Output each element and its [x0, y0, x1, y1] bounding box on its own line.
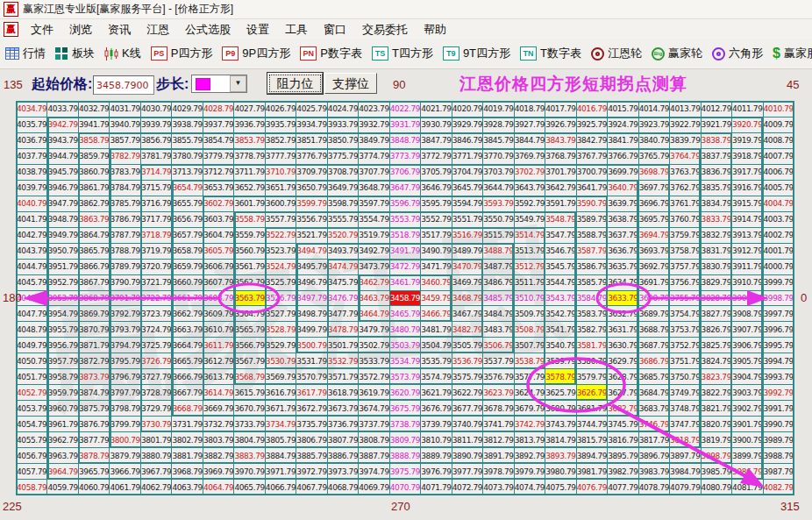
grid-cell[interactable]: 3815.79	[577, 432, 607, 447]
grid-cell[interactable]: 4024.79	[328, 102, 358, 117]
grid-cell[interactable]: 3922.79	[670, 118, 700, 132]
grid-cell[interactable]: 3898.79	[702, 448, 731, 463]
grid-cell[interactable]: 3558.79	[234, 212, 264, 227]
grid-cell[interactable]: 4047.79	[17, 306, 46, 321]
grid-cell[interactable]: 3961.79	[47, 417, 77, 431]
grid-cell[interactable]: 3708.79	[328, 165, 358, 180]
grid-cell[interactable]: 3629.79	[608, 353, 637, 368]
grid-cell[interactable]: 4064.79	[203, 480, 233, 495]
resistance-button[interactable]: 阻力位	[267, 73, 323, 94]
grid-cell[interactable]: 3537.79	[483, 353, 513, 368]
grid-cell[interactable]: 3875.79	[79, 401, 109, 416]
grid-cell[interactable]: 3987.79	[764, 464, 794, 479]
grid-cell[interactable]: 3743.79	[545, 417, 575, 431]
grid-cell[interactable]: 3900.79	[732, 432, 762, 447]
grid-cell[interactable]: 3565.79	[234, 322, 264, 337]
grid-cell[interactable]: 3536.79	[452, 353, 482, 368]
grid-cell[interactable]: 4082.79	[764, 480, 794, 495]
grid-cell[interactable]: 3796.79	[110, 369, 139, 384]
grid-cell[interactable]: 3494.79	[296, 244, 326, 259]
grid-cell[interactable]: 4053.79	[17, 401, 46, 416]
grid-cell[interactable]: 4025.79	[296, 102, 326, 117]
start-price-input[interactable]	[93, 75, 154, 95]
grid-cell[interactable]: 3801.79	[141, 432, 171, 447]
grid-cell[interactable]: 4000.79	[764, 260, 794, 274]
grid-cell[interactable]: 4017.79	[545, 102, 575, 117]
grid-cell[interactable]: 3544.79	[545, 275, 575, 290]
grid-cell[interactable]: 3978.79	[483, 464, 513, 479]
grid-cell[interactable]: 3806.79	[296, 432, 326, 447]
grid-cell[interactable]: 3713.79	[172, 165, 202, 180]
grid-cell[interactable]: 3984.79	[670, 464, 700, 479]
grid-cell[interactable]: 3856.79	[141, 133, 171, 148]
grid-cell[interactable]: 3942.79	[47, 118, 77, 132]
grid-cell[interactable]: 3496.79	[296, 275, 326, 290]
grid-cell[interactable]: 3473.79	[359, 260, 388, 274]
grid-cell[interactable]: 3490.79	[421, 244, 451, 259]
chevron-down-icon[interactable]: ▼	[230, 75, 246, 92]
grid-cell[interactable]: 4034.79	[17, 102, 46, 117]
grid-cell[interactable]: 3712.79	[203, 165, 233, 180]
grid-cell[interactable]: 3497.79	[296, 291, 326, 306]
grid-cell[interactable]: 4062.79	[141, 480, 171, 495]
grid-cell[interactable]: 3888.79	[390, 448, 420, 463]
grid-cell[interactable]: 4048.79	[17, 322, 46, 337]
toolbar-button-4[interactable]: P99P四方形	[222, 46, 290, 61]
grid-cell[interactable]: 3886.79	[328, 448, 358, 463]
grid-cell[interactable]: 3706.79	[390, 165, 420, 180]
grid-cell[interactable]: 3557.79	[266, 212, 296, 227]
grid-cell[interactable]: 4050.79	[17, 353, 46, 368]
grid-cell[interactable]: 3905.79	[732, 353, 762, 368]
grid-cell[interactable]: 4043.79	[17, 244, 46, 259]
grid-cell[interactable]: 3834.79	[702, 196, 731, 211]
grid-cell[interactable]: 4076.79	[577, 480, 607, 495]
grid-cell[interactable]: 3660.79	[172, 275, 202, 290]
grid-cell[interactable]: 3647.79	[390, 181, 420, 196]
grid-cell[interactable]: 3627.79	[608, 385, 637, 400]
grid-cell[interactable]: 3475.79	[328, 275, 358, 290]
grid-cell[interactable]: 3462.79	[359, 275, 388, 290]
grid-cell[interactable]: 3505.79	[452, 338, 482, 353]
grid-cell[interactable]: 3711.79	[234, 165, 264, 180]
grid-cell[interactable]: 3751.79	[670, 353, 700, 368]
grid-cell[interactable]: 3707.79	[359, 165, 388, 180]
grid-cell[interactable]: 3860.79	[79, 165, 109, 180]
grid-cell[interactable]: 4030.79	[141, 102, 171, 117]
grid-cell[interactable]: 3489.79	[452, 244, 482, 259]
grid-cell[interactable]: 4078.79	[639, 480, 669, 495]
grid-cell[interactable]: 3498.79	[296, 306, 326, 321]
grid-cell[interactable]: 3654.79	[172, 181, 202, 196]
grid-cell[interactable]: 3597.79	[359, 196, 388, 211]
grid-cell[interactable]: 3616.79	[266, 385, 296, 400]
grid-cell[interactable]: 3760.79	[670, 212, 700, 227]
grid-cell[interactable]: 3519.79	[359, 228, 388, 243]
grid-cell[interactable]: 3589.79	[577, 212, 607, 227]
grid-cell[interactable]: 3843.79	[545, 133, 575, 148]
grid-cell[interactable]: 3639.79	[608, 196, 637, 211]
grid-cell[interactable]: 3809.79	[390, 432, 420, 447]
grid-cell[interactable]: 3990.79	[764, 417, 794, 431]
grid-cell[interactable]: 3650.79	[296, 181, 326, 196]
grid-cell[interactable]: 3518.79	[390, 228, 420, 243]
grid-cell[interactable]: 3811.79	[452, 432, 482, 447]
grid-cell[interactable]: 3588.79	[577, 228, 607, 243]
grid-cell[interactable]: 3768.79	[545, 149, 575, 164]
grid-cell[interactable]: 4026.79	[266, 102, 296, 117]
grid-cell[interactable]: 3734.79	[266, 417, 296, 431]
grid-cell[interactable]: 3655.79	[172, 196, 202, 211]
grid-cell[interactable]: 3676.79	[421, 401, 451, 416]
grid-cell[interactable]: 3962.79	[47, 432, 77, 447]
grid-cell[interactable]: 3675.79	[390, 401, 420, 416]
grid-cell[interactable]: 3585.79	[577, 275, 607, 290]
grid-cell[interactable]: 3527.79	[266, 306, 296, 321]
menu-item-7[interactable]: 窗口	[316, 23, 354, 36]
grid-cell[interactable]: 4014.79	[639, 102, 669, 117]
grid-cell[interactable]: 3882.79	[203, 448, 233, 463]
grid-cell[interactable]: 3548.79	[545, 212, 575, 227]
toolbar-button-10[interactable]: Big赢家轮	[652, 46, 702, 61]
grid-cell[interactable]: 3612.79	[203, 353, 233, 368]
grid-cell[interactable]: 3765.79	[639, 149, 669, 164]
grid-cell[interactable]: 3470.79	[452, 260, 482, 274]
grid-cell[interactable]: 3703.79	[483, 165, 513, 180]
grid-cell[interactable]: 3729.79	[141, 401, 171, 416]
